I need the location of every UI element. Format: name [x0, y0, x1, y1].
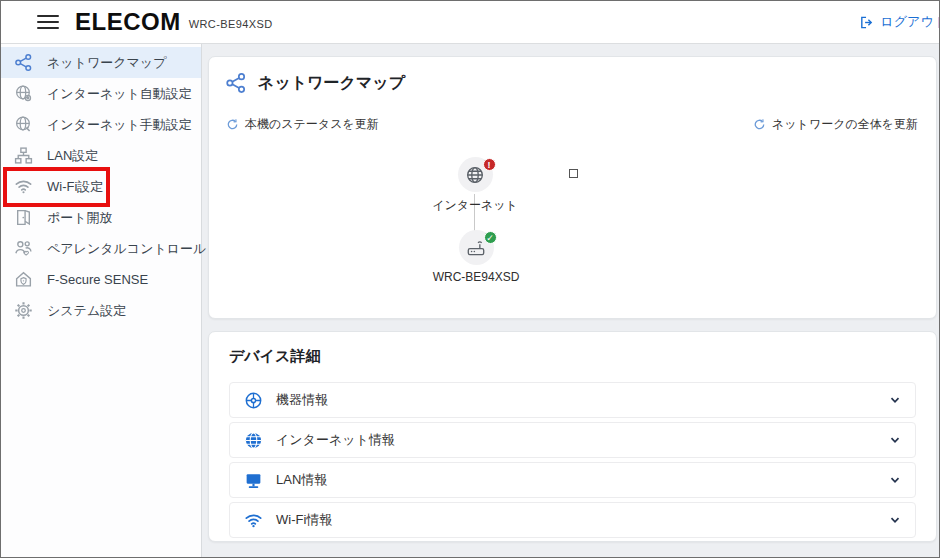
sidebar-item-label: F-Secure SENSE — [47, 272, 148, 287]
sidebar-item-network-map[interactable]: ネットワークマップ — [1, 47, 201, 78]
device-details-accordion: 機器情報 インターネット情報 — [229, 382, 916, 538]
refresh-whole-network-button[interactable]: ネットワークの全体を更新 — [753, 116, 918, 133]
sidebar-item-label: LAN設定 — [47, 147, 98, 165]
map-node-router[interactable]: ✓ WRC-BE94XSD — [406, 230, 546, 284]
menu-hamburger-icon[interactable] — [37, 15, 59, 29]
sidebar: ネットワークマップ インターネット自動設定 インターネット手動設定 LAN設定 — [1, 44, 202, 557]
sidebar-item-label: Wi-Fi設定 — [47, 178, 103, 196]
sidebar-item-system-settings[interactable]: システム設定 — [1, 295, 201, 326]
network-map-icon — [13, 53, 33, 73]
internet-info-icon — [244, 431, 263, 450]
device-model-label: WRC-BE94XSD — [189, 18, 273, 30]
accordion-row-label: LAN情報 — [276, 471, 327, 489]
wifi-icon — [13, 177, 33, 197]
home-shield-icon — [13, 270, 33, 290]
logout-label: ログアウト — [880, 13, 939, 31]
sidebar-item-internet-manual[interactable]: インターネット手動設定 — [1, 109, 201, 140]
router-node-label: WRC-BE94XSD — [433, 270, 520, 284]
gear-icon — [13, 301, 33, 321]
logout-button[interactable]: ログアウト — [859, 13, 939, 31]
sidebar-item-label: ペアレンタルコントロール — [47, 240, 206, 258]
wifi-info-icon — [244, 511, 263, 530]
refresh-whole-network-label: ネットワークの全体を更新 — [772, 116, 918, 133]
main-content: ネットワークマップ 本機のステータスを更新 ネットワークの全体を更新 — [202, 44, 939, 557]
sidebar-item-label: インターネット手動設定 — [47, 116, 192, 134]
sidebar-item-wifi[interactable]: Wi-Fi設定 — [1, 171, 201, 202]
device-info-icon — [244, 391, 263, 410]
accordion-row-label: 機器情報 — [276, 391, 328, 409]
parental-icon — [13, 239, 33, 259]
refresh-self-status-button[interactable]: 本機のステータスを更新 — [226, 116, 379, 133]
sidebar-item-lan[interactable]: LAN設定 — [1, 140, 201, 171]
elecom-logo: ELECOM — [75, 8, 181, 36]
sidebar-item-label: インターネット自動設定 — [47, 85, 192, 103]
device-details-card: デバイス詳細 機器情報 — [208, 331, 937, 542]
accordion-row-label: インターネット情報 — [276, 431, 395, 449]
network-map-card: ネットワークマップ 本機のステータスを更新 ネットワークの全体を更新 — [208, 56, 937, 319]
sidebar-item-parental-control[interactable]: ペアレンタルコントロール — [1, 233, 201, 264]
accordion-row-label: Wi-Fi情報 — [276, 511, 332, 529]
internet-auto-icon — [13, 84, 33, 104]
chevron-down-icon — [889, 474, 901, 486]
refresh-self-status-label: 本機のステータスを更新 — [245, 116, 379, 133]
logout-icon — [859, 15, 874, 30]
network-map-title: ネットワークマップ — [258, 73, 405, 94]
device-details-title: デバイス詳細 — [209, 332, 936, 372]
accordion-row-lan-info[interactable]: LAN情報 — [229, 462, 916, 498]
sidebar-item-fsecure-sense[interactable]: F-Secure SENSE — [1, 264, 201, 295]
lan-monitor-icon — [244, 471, 263, 490]
door-icon — [13, 208, 33, 228]
sidebar-item-label: ポート開放 — [47, 209, 113, 227]
refresh-icon — [753, 118, 766, 131]
internet-node-label: インターネット — [432, 197, 518, 214]
lan-icon — [13, 146, 33, 166]
globe-icon — [465, 165, 485, 185]
accordion-row-device-info[interactable]: 機器情報 — [229, 382, 916, 418]
refresh-icon — [226, 118, 239, 131]
chevron-down-icon — [889, 394, 901, 406]
map-selection-square[interactable] — [569, 169, 578, 178]
accordion-row-internet-info[interactable]: インターネット情報 — [229, 422, 916, 458]
sidebar-item-port-forwarding[interactable]: ポート開放 — [1, 202, 201, 233]
network-map-title-icon — [225, 72, 247, 94]
app-header: ELECOM WRC-BE94XSD ログアウト — [1, 1, 939, 44]
router-ok-badge: ✓ — [484, 231, 497, 244]
internet-manual-icon — [13, 115, 33, 135]
chevron-down-icon — [889, 514, 901, 526]
sidebar-item-label: ネットワークマップ — [47, 54, 166, 72]
chevron-down-icon — [889, 434, 901, 446]
sidebar-item-internet-auto[interactable]: インターネット自動設定 — [1, 78, 201, 109]
accordion-row-wifi-info[interactable]: Wi-Fi情報 — [229, 502, 916, 538]
map-node-internet[interactable]: ! インターネット — [405, 157, 545, 214]
internet-error-badge: ! — [483, 158, 496, 171]
sidebar-item-label: システム設定 — [47, 302, 126, 320]
